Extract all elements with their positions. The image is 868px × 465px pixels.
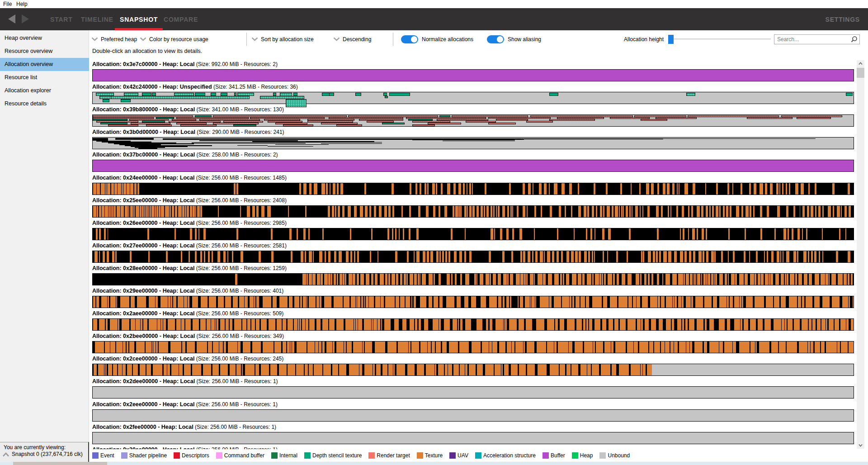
toggle-normalize-allocations[interactable]: Normalize allocations	[401, 30, 473, 48]
sidebar-item-resource-details[interactable]: Resource details	[0, 97, 89, 110]
resource-block[interactable]	[355, 93, 361, 96]
allocation-bar[interactable]	[92, 251, 854, 263]
tab-settings[interactable]: SETTINGS	[826, 8, 860, 30]
resource-block[interactable]	[142, 93, 151, 96]
allocation-bar[interactable]	[92, 92, 854, 104]
resource-block[interactable]	[321, 143, 382, 144]
tab-start[interactable]: START	[45, 8, 78, 30]
resource-block[interactable]	[293, 93, 297, 96]
resource-block[interactable]	[382, 123, 405, 124]
allocation-bar[interactable]	[92, 69, 854, 81]
dropdown-sort-by[interactable]: Sort by allocation size	[251, 30, 314, 48]
sidebar-item-allocation-explorer[interactable]: Allocation explorer	[0, 84, 89, 97]
resource-block[interactable]	[273, 93, 276, 96]
resource-block[interactable]	[180, 124, 217, 126]
resource-block[interactable]	[846, 93, 853, 96]
resource-block[interactable]	[524, 138, 663, 139]
dropdown-preferred-heap[interactable]: Preferred heap	[91, 30, 137, 48]
resource-block[interactable]	[286, 99, 306, 107]
resource-block[interactable]	[152, 93, 156, 96]
sidebar-item-resource-list[interactable]: Resource list	[0, 71, 89, 84]
resource-block[interactable]	[108, 124, 138, 126]
vertical-scrollbar-thumb[interactable]	[857, 68, 864, 78]
allocation-bar[interactable]	[92, 114, 854, 127]
sidebar-item-resource-overview[interactable]: Resource overview	[0, 45, 89, 58]
chevron-up-icon[interactable]	[2, 452, 9, 457]
resource-block[interactable]	[96, 93, 114, 96]
allocation-bar[interactable]	[92, 341, 854, 353]
horizontal-scrollbar-thumb[interactable]	[13, 462, 107, 465]
resource-block[interactable]	[747, 117, 793, 119]
allocation-bar[interactable]	[92, 273, 854, 285]
allocation-bar[interactable]	[92, 137, 854, 149]
tab-compare[interactable]: COMPARE	[159, 8, 203, 30]
sidebar-item-allocation-overview[interactable]: Allocation overview	[0, 58, 89, 71]
resource-block[interactable]	[443, 141, 515, 141]
resource-block[interactable]	[383, 93, 387, 96]
resource-block[interactable]	[103, 99, 109, 102]
toggle-show-aliasing[interactable]: Show aliasing	[487, 30, 541, 48]
search-input[interactable]: Search...	[774, 34, 860, 44]
vertical-scrollbar[interactable]	[857, 60, 864, 449]
resource-block[interactable]	[641, 119, 667, 121]
resource-block[interactable]	[336, 124, 362, 126]
scroll-down-icon[interactable]	[859, 444, 863, 447]
resource-block[interactable]	[192, 142, 306, 143]
resource-block[interactable]	[488, 123, 516, 124]
allocation-bar[interactable]	[92, 205, 854, 218]
resource-block[interactable]	[138, 148, 157, 149]
back-arrow-icon[interactable]	[8, 14, 15, 24]
dropdown-sort-direction[interactable]: Descending	[333, 30, 371, 48]
resource-block[interactable]	[686, 93, 695, 96]
resource-block[interactable]	[174, 93, 194, 96]
resource-block[interactable]	[496, 119, 528, 121]
resource-block[interactable]	[260, 96, 304, 99]
tab-timeline[interactable]: TIMELINE	[76, 8, 118, 30]
sidebar-item-heap-overview[interactable]: Heap overview	[0, 32, 89, 45]
resource-block[interactable]	[275, 144, 329, 145]
resource-block[interactable]	[221, 93, 227, 96]
allocation-bar[interactable]	[92, 296, 854, 308]
allocation-bar[interactable]	[92, 318, 854, 331]
resource-block[interactable]	[412, 140, 515, 140]
resource-block[interactable]	[549, 93, 558, 96]
tab-snapshot[interactable]: SNAPSHOT	[115, 8, 163, 30]
resource-block[interactable]	[124, 93, 138, 96]
resource-block[interactable]	[389, 93, 410, 96]
scroll-up-icon[interactable]	[859, 62, 863, 65]
resource-block[interactable]	[412, 124, 435, 126]
resource-block[interactable]	[146, 124, 172, 126]
dropdown-color-by[interactable]: Color by resource usage	[140, 30, 208, 48]
resource-block[interactable]	[211, 93, 216, 96]
resource-block[interactable]	[233, 124, 256, 126]
resource-block[interactable]	[121, 99, 131, 102]
allocation-bar[interactable]	[92, 228, 854, 240]
resource-block[interactable]	[115, 138, 153, 140]
allocation-bar[interactable]	[92, 364, 854, 376]
allocation-bar[interactable]	[92, 386, 854, 399]
horizontal-scrollbar[interactable]	[0, 462, 868, 465]
toggle-switch[interactable]	[487, 35, 504, 43]
resource-block[interactable]	[99, 96, 112, 99]
resource-block[interactable]	[329, 93, 334, 96]
resource-block[interactable]	[797, 117, 831, 119]
allocation-bar[interactable]	[92, 160, 854, 172]
forward-arrow-icon[interactable]	[22, 14, 29, 24]
allocation-bar[interactable]	[92, 409, 854, 422]
allocation-height-slider-track[interactable]	[674, 38, 771, 40]
resource-block[interactable]	[268, 146, 313, 147]
resource-block[interactable]	[195, 93, 206, 96]
resource-block[interactable]	[306, 142, 382, 142]
resource-block[interactable]	[237, 145, 268, 146]
menu-file[interactable]: File	[3, 1, 12, 7]
resource-block[interactable]	[237, 93, 254, 96]
toggle-switch[interactable]	[401, 35, 418, 43]
resource-block[interactable]	[385, 96, 388, 98]
allocation-bar[interactable]	[92, 432, 854, 444]
allocation-height-slider-handle[interactable]	[668, 35, 674, 44]
resource-block[interactable]	[111, 96, 249, 99]
allocation-bar[interactable]	[92, 183, 854, 195]
resource-block[interactable]	[234, 93, 236, 96]
resource-block[interactable]	[283, 124, 313, 126]
resource-block[interactable]	[549, 119, 595, 121]
